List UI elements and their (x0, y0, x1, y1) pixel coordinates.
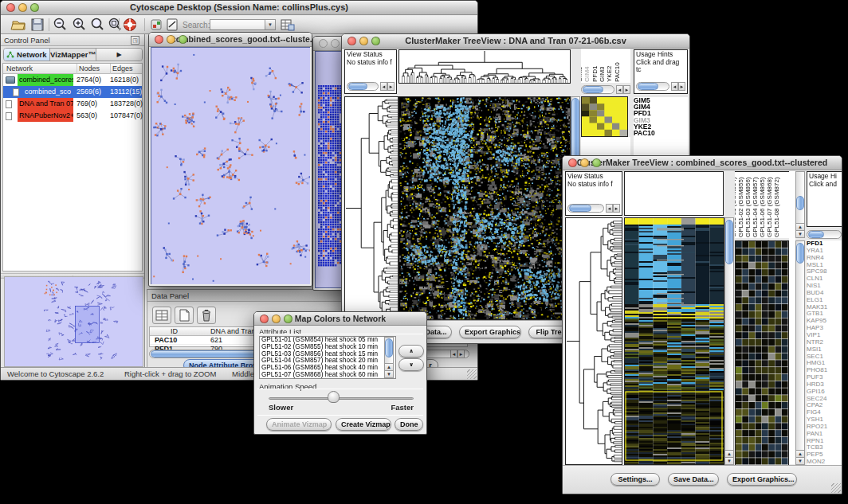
open-file-icon[interactable] (10, 17, 27, 33)
network-row[interactable]: combined_scores 2764(0) 16218(0) (3, 74, 142, 86)
zoom-heatmap-canvas[interactable] (735, 240, 789, 466)
network-name: DNA and Tran 07 (18, 98, 73, 110)
scroll-up-icon: ▲ (796, 223, 804, 230)
zoom-window-icon[interactable] (284, 315, 292, 323)
network-titlebar[interactable]: combined_scores_good.txt--cluste... (149, 33, 312, 47)
minimize-icon[interactable] (331, 39, 340, 48)
close-icon[interactable] (568, 158, 577, 167)
row-dendrogram-canvas[interactable] (344, 96, 398, 320)
minimize-icon[interactable] (167, 35, 175, 44)
treeview2-titlebar[interactable]: ClusterMaker TreeView : combined_scores_… (563, 156, 842, 170)
animation-speed-slider[interactable] (269, 397, 414, 400)
zoom-window-icon[interactable] (30, 3, 39, 12)
zoom-row-label: PAC10 (634, 130, 688, 136)
save-data-button[interactable]: Save Data... (668, 473, 719, 486)
annotation-icon[interactable] (164, 17, 181, 33)
dialog-titlebar[interactable]: Map Colors to Network (254, 312, 426, 326)
scroll-up-icon: ▲ (796, 450, 804, 457)
help-lifering-icon[interactable] (122, 17, 139, 33)
zoom-heatmap-canvas[interactable] (581, 96, 628, 137)
row-dendrogram-canvas[interactable] (565, 217, 622, 465)
toolbar-separator (144, 18, 145, 31)
zoom-vscrollbar[interactable]: ▲ ▼ (795, 240, 805, 465)
window-resize-grip[interactable] (467, 369, 477, 379)
float-panel-icon[interactable]: ◳ (131, 36, 139, 45)
global-heatmap-canvas[interactable] (624, 217, 724, 465)
column-dendrogram-canvas[interactable] (398, 49, 571, 84)
scroll-up-icon: ▲ (725, 450, 733, 457)
global-heatmap-canvas[interactable] (398, 96, 571, 320)
animate-vizmap-button[interactable]: Animate Vizmap (266, 418, 332, 431)
move-down-button[interactable]: ∨ (398, 358, 424, 371)
tab-overflow-icon[interactable]: ▶ (96, 49, 142, 61)
done-button[interactable]: Done (395, 418, 423, 431)
network-edges-count: 107847(0) (110, 110, 143, 122)
main-window-title: Cytoscape Desktop (Session Name: collins… (130, 2, 348, 12)
settings-button[interactable]: Settings... (610, 473, 660, 486)
view-status-hscrollbar[interactable]: ◄► (567, 203, 620, 213)
minimize-icon[interactable] (18, 3, 27, 12)
attribute-list-vscrollbar[interactable]: ▲ ▼ (384, 337, 394, 378)
network-edges-count: 16218(0) (110, 74, 139, 86)
export-graphics-button[interactable]: Export Graphics... (459, 326, 521, 338)
view-status-hscrollbar[interactable]: ◄► (347, 81, 395, 92)
data-table-scroll-arrows[interactable]: ◄ ► (450, 350, 465, 358)
vizmapper-icon[interactable] (148, 17, 165, 33)
minimize-icon[interactable] (580, 158, 589, 167)
attribute-listbox[interactable]: GPL51-01 (GSM854) heat shock 05 minGPL51… (259, 336, 396, 379)
zoom-window-icon[interactable] (179, 35, 187, 44)
zoom-window-icon[interactable] (592, 158, 601, 167)
close-icon[interactable] (6, 3, 15, 12)
tab-vizmapper[interactable]: VizMapper™ (50, 49, 96, 61)
attribute-value: 621 (210, 336, 222, 345)
zoom-fit-icon[interactable] (89, 17, 106, 33)
search-dropdown-icon[interactable]: ▼ (265, 19, 276, 30)
labels-top-vscrollbar[interactable]: ▲ ▼ (795, 171, 805, 238)
zoom-window-icon[interactable] (371, 37, 380, 45)
import-table-icon[interactable] (279, 17, 296, 33)
close-icon[interactable] (155, 35, 163, 44)
zoom-hscrollbar[interactable]: ◄► (581, 84, 630, 95)
slider-thumb[interactable] (328, 391, 340, 403)
export-graphics-button[interactable]: Export Graphics... (727, 473, 797, 486)
scroll-right-icon: ► (387, 82, 395, 91)
network-row[interactable]: DNA and Tran 07 769(0) 183728(0) (3, 98, 142, 110)
tab-network[interactable]: Network (4, 49, 50, 61)
zoom-column-label: GPL51-07 (GSM868) (766, 177, 773, 237)
scroll-left-icon: ◄ (616, 85, 623, 94)
minimize-icon[interactable] (272, 315, 281, 323)
zoom-selected-icon[interactable] (107, 17, 124, 33)
treeview2-buttonbar: Settings... Save Data... Export Graphics… (563, 465, 842, 494)
attribute-id: PAC10 (155, 336, 177, 345)
window-resize-grip[interactable] (831, 483, 841, 493)
network-row[interactable]: RNAPuberNov2+ 563(0) 107847(0) (3, 110, 142, 122)
usage-hints-hscrollbar[interactable]: ◄► (636, 81, 685, 92)
scroll-left-icon: ◄ (671, 82, 678, 91)
usage-hints-hscrollbar[interactable] (807, 229, 842, 240)
attribute-list-item[interactable]: GPL51-07 (GSM868) heat shock 60 min (260, 372, 395, 379)
close-icon[interactable] (260, 315, 269, 323)
birdseye-view-canvas[interactable] (4, 276, 143, 367)
save-icon[interactable] (29, 17, 46, 33)
create-vizmap-button[interactable]: Create Vizmap (336, 418, 391, 431)
new-attribute-icon[interactable] (175, 307, 194, 324)
network-row[interactable]: combined_sco 2569(6) 13112(15) (3, 86, 142, 98)
close-icon[interactable] (347, 37, 356, 45)
zoom-in-icon[interactable] (71, 17, 88, 33)
search-input[interactable] (210, 19, 265, 30)
global-vscrollbar[interactable]: ▲ ▼ (724, 217, 734, 465)
move-up-button[interactable]: ∧ (398, 345, 424, 357)
search-label: Search: (183, 21, 210, 29)
scroll-right-icon: ► (613, 204, 620, 213)
network-view-window: combined_scores_good.txt--cluste... (148, 32, 312, 287)
close-icon[interactable] (319, 39, 328, 48)
delete-attribute-icon[interactable] (197, 307, 216, 324)
network-name: RNAPuberNov2+ (18, 110, 73, 122)
zoom-column-label: GIM4 (583, 66, 591, 82)
network-canvas[interactable] (151, 48, 310, 284)
zoom-out-icon[interactable] (52, 17, 69, 33)
treeview1-titlebar[interactable]: ClusterMaker TreeView : DNA and Tran 07-… (342, 34, 689, 49)
minimize-icon[interactable] (359, 37, 368, 45)
main-titlebar[interactable]: Cytoscape Desktop (Session Name: collins… (1, 1, 477, 15)
select-attributes-icon[interactable] (152, 307, 171, 324)
